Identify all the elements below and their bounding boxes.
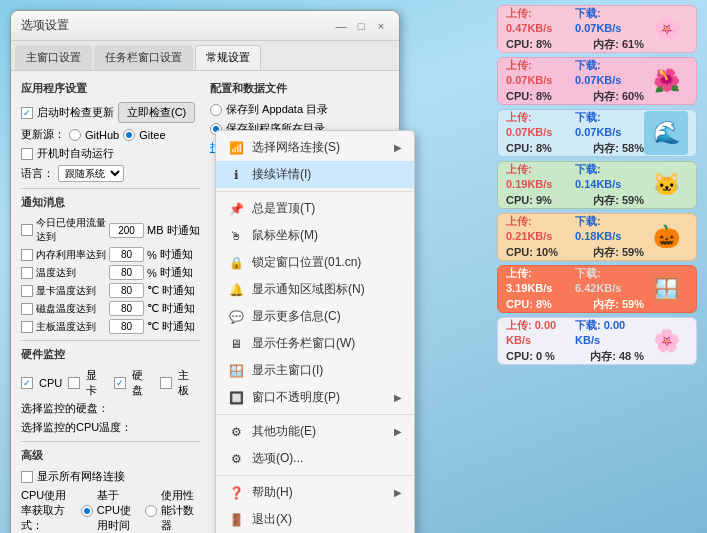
gpu-monitor-checkbox[interactable] (68, 377, 80, 389)
lang-select[interactable]: 跟随系统 (58, 165, 124, 182)
mainboard-temp-input[interactable] (109, 319, 144, 334)
info-icon: ℹ (228, 167, 244, 183)
menu-item-transparency[interactable]: 🔲 窗口不透明度(P) ▶ (216, 384, 414, 411)
perf-counter-radio[interactable] (145, 505, 157, 517)
disk-monitor-label: 硬盘 (132, 368, 154, 398)
gpu-temp-input[interactable] (109, 283, 144, 298)
widget-4[interactable]: 上传: 0.19KB/s 下载: 0.14KB/s CPU: 9% 内存: 59… (497, 161, 697, 209)
menu-item-other-funcs-label: 其他功能(E) (252, 423, 316, 440)
memory-notify-row: 内存利用率达到 % 时通知 (21, 247, 200, 262)
github-radio[interactable] (69, 129, 81, 141)
cpu-monitor-checkbox[interactable] (21, 377, 33, 389)
menu-item-select-network-label: 选择网络连接(S) (252, 139, 340, 156)
widget-3-download: 下载: 0.07KB/s (575, 110, 644, 141)
menu-arrow-2: ▶ (394, 392, 402, 403)
auto-check-row: 启动时检查更新 立即检查(C) (21, 102, 200, 123)
menu-item-lock-position[interactable]: 🔒 锁定窗口位置(01.cn) (216, 249, 414, 276)
widget-5-row1: 上传: 0.21KB/s 下载: 0.18KB/s (506, 214, 644, 245)
menu-item-help-label: 帮助(H) (252, 484, 293, 501)
widget-3-upload: 上传: 0.07KB/s (506, 110, 575, 141)
tab-general-settings[interactable]: 常规设置 (195, 45, 261, 70)
menu-item-exit[interactable]: 🚪 退出(X) (216, 506, 414, 533)
cpu-usage-row: CPU使用率获取方式： 基于CPU使用时间 使用性能计数器 (21, 488, 200, 533)
flow-unit: MB (147, 224, 164, 236)
flow-time: 时通知 (167, 223, 200, 238)
widget-6-cpu: CPU: 8% (506, 297, 552, 312)
mainboard-temp-checkbox[interactable] (21, 321, 33, 333)
widget-6[interactable]: 上传: 3.19KB/s 下载: 6.42KB/s CPU: 8% 内存: 59… (497, 265, 697, 313)
menu-item-show-taskbar[interactable]: 🖥 显示任务栏窗口(W) (216, 330, 414, 357)
menu-item-mouse-coords-label: 鼠标坐标(M) (252, 227, 318, 244)
maximize-button[interactable]: □ (353, 18, 369, 34)
widget-5-img: 🎃 (644, 215, 688, 259)
transparency-icon: 🔲 (228, 390, 244, 406)
mainboard-temp-notify: 时通知 (162, 319, 195, 334)
menu-item-help[interactable]: ❓ 帮助(H) ▶ (216, 479, 414, 506)
window-title: 选项设置 (21, 17, 69, 34)
menu-item-lock-position-label: 锁定窗口位置(01.cn) (252, 254, 361, 271)
menu-item-mouse-coords[interactable]: 🖱 鼠标坐标(M) (216, 222, 414, 249)
widget-4-download: 下载: 0.14KB/s (575, 162, 644, 193)
widget-4-img: 🐱 (644, 163, 688, 207)
temp-label: 温度达到 (36, 266, 106, 280)
auto-check-checkbox[interactable] (21, 107, 33, 119)
disk-monitor-checkbox[interactable] (114, 377, 126, 389)
temp-input[interactable] (109, 265, 144, 280)
widget-3-img: 🌊 (644, 111, 688, 155)
menu-item-connection-detail[interactable]: ℹ 接续详情(I) (216, 161, 414, 188)
autorun-checkbox[interactable] (21, 148, 33, 160)
show-all-networks-checkbox[interactable] (21, 471, 33, 483)
widget-5-upload: 上传: 0.21KB/s (506, 214, 575, 245)
check-now-button[interactable]: 立即检查(C) (118, 102, 195, 123)
widget-3-row2: CPU: 8% 内存: 58% (506, 141, 644, 156)
appdata-radio[interactable] (210, 104, 222, 116)
memory-checkbox[interactable] (21, 249, 33, 261)
cpu-usage-label: CPU使用率获取方式： (21, 488, 77, 533)
widget-2-memory: 内存: 60% (593, 89, 644, 104)
mainboard-monitor-label: 主板 (178, 368, 200, 398)
menu-item-always-top[interactable]: 📌 总是置顶(T) (216, 195, 414, 222)
menu-item-options[interactable]: ⚙ 选项(O)... (216, 445, 414, 472)
disk-temp-input[interactable] (109, 301, 144, 316)
monitor-disk-row: 选择监控的硬盘： (21, 401, 200, 416)
minimize-button[interactable]: — (333, 18, 349, 34)
menu-item-select-network[interactable]: 📶 选择网络连接(S) ▶ (216, 134, 414, 161)
widget-2[interactable]: 上传: 0.07KB/s 下载: 0.07KB/s CPU: 8% 内存: 60… (497, 57, 697, 105)
notifications-title: 通知消息 (21, 195, 200, 210)
widget-3-cpu: CPU: 8% (506, 141, 552, 156)
gpu-temp-row: 显卡温度达到 ℃ 时通知 (21, 283, 200, 298)
flow-label: 今日已使用流量达到 (36, 216, 106, 244)
help-icon: ❓ (228, 485, 244, 501)
widget-6-memory: 内存: 59% (593, 297, 644, 312)
lang-label: 语言： (21, 166, 54, 181)
flow-input[interactable] (109, 223, 144, 238)
widget-7-cpu: CPU: 0 % (506, 349, 555, 364)
flow-checkbox[interactable] (21, 224, 33, 236)
disk-temp-label: 磁盘温度达到 (36, 302, 106, 316)
widget-1[interactable]: 上传: 0.47KB/s 下载: 0.07KB/s CPU: 8% 内存: 61… (497, 5, 697, 53)
widget-7[interactable]: 上传: 0.00 KB/s 下载: 0.00 KB/s CPU: 0 % 内存:… (497, 317, 697, 365)
widget-5[interactable]: 上传: 0.21KB/s 下载: 0.18KB/s CPU: 10% 内存: 5… (497, 213, 697, 261)
menu-item-other-funcs[interactable]: ⚙ 其他功能(E) ▶ (216, 418, 414, 445)
cpu-time-radio[interactable] (81, 505, 93, 517)
widget-7-row1: 上传: 0.00 KB/s 下载: 0.00 KB/s (506, 318, 644, 349)
menu-item-notify-icon[interactable]: 🔔 显示通知区域图标(N) (216, 276, 414, 303)
widget-3[interactable]: 上传: 0.07KB/s 下载: 0.07KB/s CPU: 8% 内存: 58… (497, 109, 697, 157)
menu-item-show-main-window[interactable]: 🪟 显示主窗口(I) (216, 357, 414, 384)
menu-item-always-top-label: 总是置顶(T) (252, 200, 315, 217)
disk-temp-checkbox[interactable] (21, 303, 33, 315)
tab-main-window[interactable]: 主窗口设置 (15, 45, 92, 70)
pin-icon: 📌 (228, 201, 244, 217)
perf-counter-label: 使用性能计数器 (161, 488, 200, 533)
tab-taskbar-window[interactable]: 任务栏窗口设置 (94, 45, 193, 70)
memory-input[interactable] (109, 247, 144, 262)
mainboard-monitor-checkbox[interactable] (160, 377, 172, 389)
disk-temp-notify: 时通知 (162, 301, 195, 316)
menu-item-show-more-info[interactable]: 💬 显示更多信息(C) (216, 303, 414, 330)
menu-item-transparency-label: 窗口不透明度(P) (252, 389, 340, 406)
close-button[interactable]: × (373, 18, 389, 34)
menu-item-exit-label: 退出(X) (252, 511, 292, 528)
temp-checkbox[interactable] (21, 267, 33, 279)
gitee-radio[interactable] (123, 129, 135, 141)
gpu-temp-checkbox[interactable] (21, 285, 33, 297)
